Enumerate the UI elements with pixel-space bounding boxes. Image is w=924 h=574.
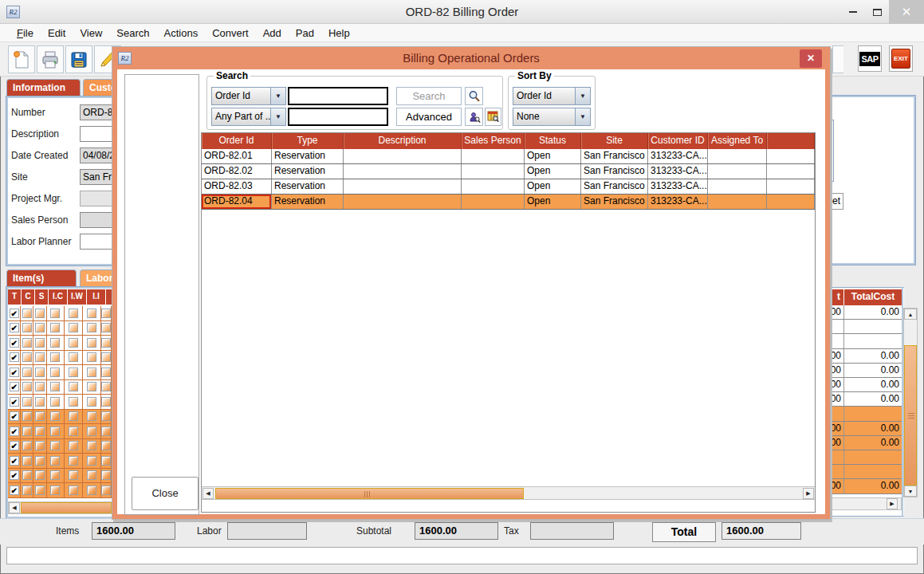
scroll-up-icon[interactable]: ▲: [904, 309, 917, 320]
new-document-button[interactable]: [8, 45, 35, 73]
search-mode-combo[interactable]: Any Part of ... ▼: [211, 108, 286, 126]
checkbox-t[interactable]: ✔: [10, 368, 19, 377]
checkbox-s[interactable]: [35, 323, 45, 332]
dialog-close-action-button[interactable]: Close: [132, 477, 199, 510]
checkbox-c[interactable]: [22, 411, 32, 421]
checkbox-extra[interactable]: [101, 338, 111, 348]
chevron-down-icon[interactable]: ▼: [270, 88, 285, 104]
menu-search[interactable]: Search: [109, 24, 156, 42]
checkbox-extra[interactable]: [101, 323, 111, 332]
item-row[interactable]: ✔: [8, 454, 112, 469]
checkbox-i.i[interactable]: [87, 368, 96, 377]
checkbox-i.i[interactable]: [87, 338, 96, 348]
checkbox-i.w[interactable]: [69, 309, 78, 318]
sort-primary-combo[interactable]: Order Id ▼: [513, 87, 591, 105]
advanced-search-button[interactable]: [465, 108, 483, 126]
checkbox-i.i[interactable]: [87, 427, 96, 436]
tab-information[interactable]: Information: [6, 79, 81, 96]
item-row[interactable]: ✔: [8, 410, 112, 425]
checkbox-s[interactable]: [35, 309, 45, 318]
checkbox-i.w[interactable]: [69, 427, 78, 436]
orders-table-hscroll-thumb[interactable]: [215, 488, 524, 499]
checkbox-i.i[interactable]: [87, 352, 96, 362]
orders-row-ord-82.04[interactable]: ORD-82.04ReservationOpenSan Francisco313…: [202, 195, 815, 210]
checkbox-s[interactable]: [35, 368, 45, 377]
minimize-button[interactable]: [841, 0, 865, 24]
tab-labor[interactable]: Labor: [80, 269, 115, 287]
field-input-6[interactable]: [80, 234, 113, 250]
checkbox-i.c[interactable]: [50, 352, 60, 362]
checkbox-s[interactable]: [35, 411, 45, 421]
item-row[interactable]: ✔: [8, 336, 112, 351]
checkbox-i.i[interactable]: [87, 323, 96, 332]
checkbox-i.i[interactable]: [87, 470, 96, 480]
menu-add[interactable]: Add: [256, 24, 289, 42]
orders-row-ord-82.02[interactable]: ORD-82.02ReservationOpenSan Francisco313…: [202, 164, 815, 179]
checkbox-i.c[interactable]: [50, 368, 60, 377]
checkbox-s[interactable]: [35, 456, 45, 466]
search-input-1[interactable]: [288, 87, 388, 105]
quick-search-button[interactable]: [465, 87, 483, 105]
checkbox-extra[interactable]: [101, 470, 111, 480]
menu-edit[interactable]: Edit: [41, 24, 73, 42]
advanced-button[interactable]: Advanced: [396, 108, 462, 126]
checkbox-i.w[interactable]: [69, 470, 78, 480]
checkbox-extra[interactable]: [101, 441, 111, 450]
checkbox-t[interactable]: ✔: [10, 441, 19, 450]
menu-pad[interactable]: Pad: [289, 24, 321, 42]
checkbox-extra[interactable]: [101, 427, 111, 436]
exit-button[interactable]: EXIT: [889, 45, 913, 72]
checkbox-t[interactable]: ✔: [10, 470, 19, 480]
save-button[interactable]: [65, 45, 92, 73]
checkbox-t[interactable]: ✔: [10, 456, 19, 466]
cost-grid-vscrollbar[interactable]: ▲ ▼: [903, 308, 918, 497]
checkbox-t[interactable]: ✔: [10, 427, 19, 436]
checkbox-t[interactable]: ✔: [10, 309, 19, 318]
tab-items[interactable]: Item(s): [6, 269, 77, 287]
sap-button[interactable]: SAP: [858, 45, 882, 72]
item-row[interactable]: ✔: [8, 469, 112, 484]
checkbox-i.c[interactable]: [50, 397, 60, 407]
dialog-close-button[interactable]: ✕: [800, 49, 822, 68]
search-button[interactable]: Search: [396, 87, 462, 105]
checkbox-s[interactable]: [35, 441, 45, 450]
checkbox-t[interactable]: ✔: [10, 486, 19, 495]
scroll-down-icon[interactable]: ▼: [904, 486, 917, 497]
checkbox-t[interactable]: ✔: [10, 382, 19, 391]
checkbox-c[interactable]: [22, 338, 32, 348]
menu-actions[interactable]: Actions: [157, 24, 206, 42]
checkbox-c[interactable]: [22, 382, 32, 391]
field-input-5[interactable]: [80, 212, 113, 228]
scroll-right-icon[interactable]: ▶: [803, 488, 814, 499]
checkbox-i.c[interactable]: [50, 427, 60, 436]
checkbox-i.w[interactable]: [69, 352, 78, 362]
field-input-3[interactable]: San Fr: [80, 169, 113, 185]
checkbox-extra[interactable]: [101, 411, 111, 421]
field-input-1[interactable]: [80, 126, 113, 142]
print-button[interactable]: [37, 45, 64, 73]
field-input-4[interactable]: [80, 191, 113, 206]
items-grid-hscrollbar[interactable]: ◀: [8, 501, 112, 514]
checkbox-t[interactable]: ✔: [10, 323, 19, 332]
checkbox-i.w[interactable]: [69, 382, 78, 391]
checkbox-i.i[interactable]: [87, 382, 96, 391]
field-input-2[interactable]: 04/08/2: [80, 147, 113, 163]
checkbox-i.w[interactable]: [69, 456, 78, 466]
checkbox-t[interactable]: ✔: [10, 338, 19, 348]
checkbox-i.w[interactable]: [69, 441, 78, 450]
item-row[interactable]: ✔: [8, 439, 112, 454]
sort-secondary-combo[interactable]: None ▼: [513, 108, 591, 126]
checkbox-extra[interactable]: [101, 382, 111, 391]
menu-convert[interactable]: Convert: [205, 24, 256, 42]
cost-grid-vscroll-thumb[interactable]: [904, 345, 917, 486]
checkbox-i.c[interactable]: [50, 382, 60, 391]
checkbox-i.c[interactable]: [50, 441, 60, 450]
menu-view[interactable]: View: [73, 24, 109, 42]
checkbox-c[interactable]: [22, 309, 32, 318]
checkbox-extra[interactable]: [101, 352, 111, 362]
item-row[interactable]: ✔: [8, 321, 112, 336]
checkbox-s[interactable]: [35, 486, 45, 495]
item-row[interactable]: ✔: [8, 365, 112, 380]
checkbox-s[interactable]: [35, 470, 45, 480]
checkbox-i.w[interactable]: [69, 411, 78, 421]
